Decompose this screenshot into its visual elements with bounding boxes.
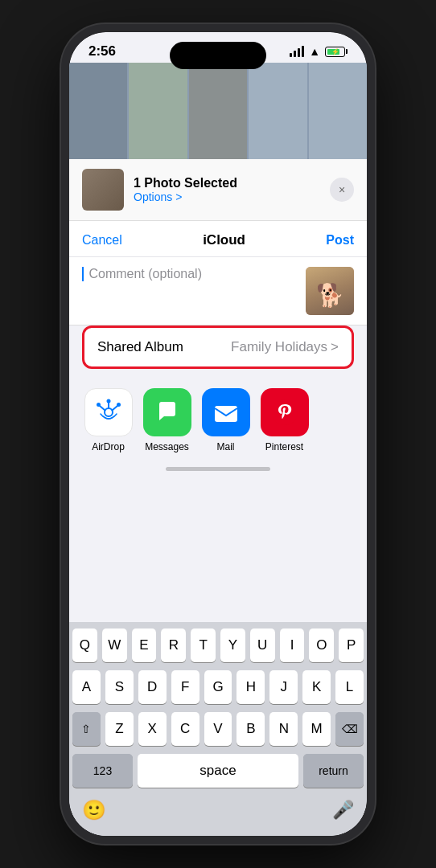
dialog-photo-thumbnail: 🐕 — [306, 267, 354, 315]
key-z[interactable]: Z — [105, 712, 134, 746]
shared-album-value: Family Holidays > — [231, 339, 339, 355]
shared-album-row[interactable]: Shared Album Family Holidays > — [82, 326, 354, 369]
post-button[interactable]: Post — [326, 233, 354, 248]
phone-frame: 2:56 ▲ ⚡ — [61, 24, 375, 844]
key-r[interactable]: R — [161, 628, 186, 662]
app-item-mail[interactable]: Mail — [199, 388, 252, 452]
key-i[interactable]: I — [280, 628, 305, 662]
key-k[interactable]: K — [302, 670, 331, 704]
key-p[interactable]: P — [339, 628, 364, 662]
keyboard-row-3: ⇧ Z X C V B N M ⌫ — [72, 712, 364, 746]
key-j[interactable]: J — [269, 670, 298, 704]
return-key[interactable]: return — [303, 754, 364, 788]
comment-area[interactable]: Comment (optional) — [82, 267, 296, 281]
share-header: 1 Photo Selected Options > × — [69, 159, 367, 221]
key-v[interactable]: V — [204, 712, 232, 746]
dog-image: 🐕 — [316, 282, 344, 309]
svg-point-2 — [106, 399, 110, 403]
share-info: 1 Photo Selected Options > — [134, 176, 320, 203]
key-x[interactable]: X — [138, 712, 167, 746]
icloud-dialog: Cancel iCloud Post Comment (optional) 🐕 — [69, 221, 367, 326]
wifi-icon: ▲ — [309, 45, 320, 58]
mail-icon — [202, 388, 250, 436]
key-n[interactable]: N — [269, 712, 298, 746]
key-q[interactable]: Q — [72, 628, 97, 662]
home-indicator — [166, 467, 270, 471]
messages-label: Messages — [145, 441, 189, 452]
key-d[interactable]: D — [138, 670, 167, 704]
svg-point-3 — [97, 403, 101, 407]
key-s[interactable]: S — [105, 670, 134, 704]
delete-key[interactable]: ⌫ — [335, 712, 364, 746]
numbers-key[interactable]: 123 — [72, 754, 133, 788]
mic-button[interactable]: 🎤 — [332, 800, 354, 821]
emoji-button[interactable]: 🙂 — [82, 799, 106, 821]
key-e[interactable]: E — [132, 628, 157, 662]
pinterest-icon — [261, 388, 309, 436]
status-time: 2:56 — [88, 43, 116, 59]
key-h[interactable]: H — [237, 670, 265, 704]
keyboard-row-1: Q W E R T Y U I O P — [72, 628, 364, 662]
key-b[interactable]: B — [237, 712, 265, 746]
svg-point-4 — [117, 403, 121, 407]
key-f[interactable]: F — [171, 670, 199, 704]
text-cursor — [82, 267, 84, 281]
share-apps-row: AirDrop Messages Mail — [69, 379, 367, 462]
key-u[interactable]: U — [250, 628, 275, 662]
svg-point-6 — [272, 399, 298, 425]
icloud-dialog-header: Cancel iCloud Post — [69, 221, 367, 257]
dialog-title: iCloud — [203, 232, 245, 248]
app-item-airdrop[interactable]: AirDrop — [82, 388, 134, 452]
key-w[interactable]: W — [102, 628, 127, 662]
airdrop-label: AirDrop — [92, 441, 125, 452]
key-m[interactable]: M — [302, 712, 331, 746]
airdrop-icon — [84, 388, 133, 436]
icloud-dialog-body: Comment (optional) 🐕 — [69, 257, 367, 325]
pinterest-label: Pinterest — [265, 441, 303, 452]
share-options-link[interactable]: Options > — [134, 190, 320, 203]
close-button[interactable]: × — [330, 178, 354, 202]
app-item-messages[interactable]: Messages — [141, 388, 193, 452]
comment-placeholder: Comment (optional) — [88, 267, 202, 280]
key-c[interactable]: C — [171, 712, 199, 746]
key-y[interactable]: Y — [220, 628, 245, 662]
key-g[interactable]: G — [204, 670, 232, 704]
space-key[interactable]: space — [138, 754, 298, 788]
photo-strip — [69, 63, 367, 159]
keyboard: Q W E R T Y U I O P A S D F G H J K — [69, 622, 367, 836]
key-o[interactable]: O — [309, 628, 334, 662]
cancel-button[interactable]: Cancel — [82, 233, 122, 248]
key-t[interactable]: T — [191, 628, 216, 662]
shared-album-label: Shared Album — [97, 339, 183, 355]
app-item-pinterest[interactable]: Pinterest — [258, 388, 311, 452]
share-photo-thumbnail — [82, 169, 124, 211]
share-title: 1 Photo Selected — [134, 176, 320, 190]
battery-icon: ⚡ — [325, 47, 348, 57]
dynamic-island — [170, 42, 266, 69]
shift-key[interactable]: ⇧ — [72, 712, 101, 746]
keyboard-row-2: A S D F G H J K L — [72, 670, 364, 704]
key-l[interactable]: L — [335, 670, 364, 704]
svg-rect-5 — [215, 406, 237, 422]
keyboard-bottom-row: 🙂 🎤 — [72, 796, 364, 836]
phone-screen: 2:56 ▲ ⚡ — [69, 32, 367, 836]
signal-icon — [290, 46, 304, 57]
key-a[interactable]: A — [72, 670, 101, 704]
status-icons: ▲ ⚡ — [290, 45, 348, 58]
keyboard-row-4: 123 space return — [72, 754, 364, 788]
mail-label: Mail — [216, 441, 234, 452]
messages-icon — [143, 388, 191, 436]
